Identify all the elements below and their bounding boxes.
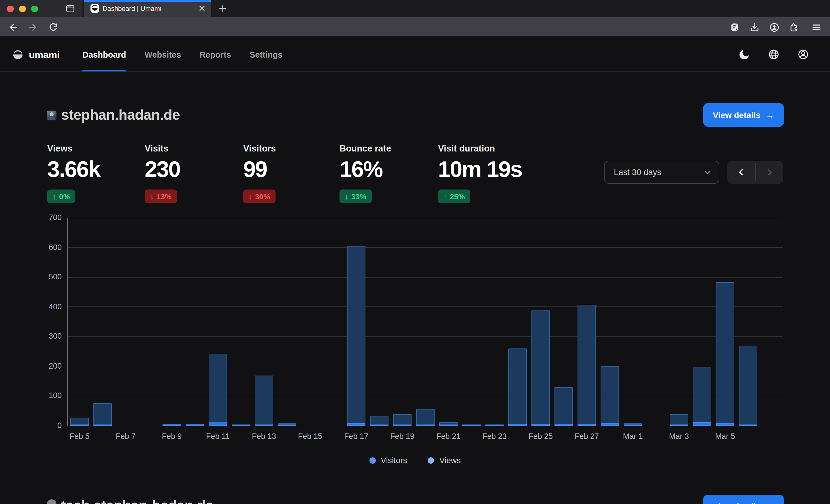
views-bar[interactable] [255,375,273,426]
browser-titlebar: Dashboard | Umami [0,0,830,17]
language-globe-icon[interactable] [768,48,780,61]
menu-icon[interactable] [811,23,821,32]
visitors-bar[interactable] [163,424,181,426]
visitors-bar[interactable] [93,424,112,426]
y-axis-tick-label: 0 [36,421,62,430]
visitors-bar[interactable] [70,424,89,426]
views-bar[interactable] [716,282,734,426]
chart-gridline [68,217,783,218]
views-bar[interactable] [578,305,596,426]
visitors-bar[interactable] [393,424,412,426]
visitors-bar[interactable] [508,424,527,426]
chart-gridline [68,366,783,367]
new-tab-button[interactable] [218,4,226,13]
arrow-right-icon: → [766,110,774,120]
views-bar[interactable] [93,403,112,426]
y-axis-tick-label: 300 [36,332,62,341]
visitors-bar[interactable] [554,424,573,426]
visitors-bar[interactable] [439,424,458,426]
browser-toolbar: ☆ Suchen [0,17,830,37]
x-axis-tick-label: Feb 13 [241,432,287,441]
stat-views: Views 3.66k ↑0% [47,143,100,203]
browser-tab[interactable]: Dashboard | Umami [84,0,211,17]
download-icon[interactable] [750,23,760,32]
visitors-bar[interactable] [739,424,757,426]
legend-label: Views [440,456,461,465]
visitors-bar[interactable] [532,424,550,426]
views-bar[interactable] [693,368,711,426]
visitors-bar[interactable] [693,423,711,426]
arrow-down-icon: ↓ [248,192,252,201]
umami-navbar: umami Dashboard Websites Reports Setting… [0,37,830,72]
forward-icon[interactable] [28,23,38,32]
visitors-bar[interactable] [416,424,435,426]
views-bar[interactable] [670,414,688,426]
close-window-button[interactable] [7,5,13,12]
extensions-icon[interactable] [789,23,799,32]
visitors-bar[interactable] [209,422,227,426]
views-bar[interactable] [554,387,573,426]
umami-logo-icon [11,48,24,61]
visitors-bar[interactable] [186,424,204,426]
stat-change-badge: ↑0% [47,190,75,203]
nav-item-websites[interactable]: Websites [145,37,181,71]
views-bar[interactable] [347,246,365,426]
chart-gridline [68,336,783,337]
theme-moon-icon[interactable] [738,48,751,61]
views-bar[interactable] [209,354,227,426]
visitors-bar[interactable] [255,424,273,426]
visitors-bar[interactable] [278,424,296,426]
visitors-bar[interactable] [485,424,504,426]
views-bar[interactable] [416,409,435,426]
visitors-bar[interactable] [462,424,481,426]
minimize-window-button[interactable] [19,5,26,12]
nav-item-dashboard[interactable]: Dashboard [83,37,126,71]
date-range-select[interactable]: Last 30 days [604,161,719,184]
firefox-view-icon[interactable] [66,4,75,13]
visitors-bar[interactable] [578,424,596,426]
nav-item-reports[interactable]: Reports [199,37,231,71]
view-details-button[interactable]: View details → [703,103,784,127]
second-site-favicon [47,499,57,504]
views-bar[interactable] [370,416,388,426]
visitors-bar[interactable] [232,424,250,426]
back-icon[interactable] [8,23,18,32]
x-axis-tick-label: Feb 27 [564,432,610,441]
browser-window: Dashboard | Umami [0,0,830,504]
library-icon[interactable] [730,23,739,32]
x-axis-tick-label: Feb 7 [103,432,149,441]
views-bar[interactable] [739,346,757,426]
legend-label: Visitors [381,456,407,465]
chart-gridline [68,277,783,277]
visitors-bar[interactable] [601,424,619,426]
nav-item-settings[interactable]: Settings [250,37,282,71]
visitors-bar[interactable] [716,423,734,426]
view-details-button-second[interactable]: View details → [703,495,784,504]
visitors-bar[interactable] [347,424,365,426]
zoom-window-button[interactable] [31,5,38,12]
profile-user-icon[interactable] [797,48,809,61]
legend-item-views[interactable]: Views [428,456,461,465]
visitors-bar[interactable] [370,424,388,426]
brand-name: umami [29,49,60,61]
reload-icon[interactable] [49,23,58,32]
views-bar[interactable] [601,366,619,426]
views-bar[interactable] [393,414,412,426]
stat-visitors: Visitors 99 ↓30% [243,143,276,203]
visitors-bar[interactable] [624,424,642,426]
arrow-down-icon: ↓ [345,192,348,201]
titlebar-left [0,0,83,17]
arrow-up-icon: ↑ [53,192,56,201]
views-bar[interactable] [508,348,527,426]
x-axis-tick-label: Feb 15 [287,432,333,441]
pageviews-bar-chart[interactable]: 0100200300400500600700Feb 5Feb 7Feb 9Feb… [67,218,783,426]
previous-period-button[interactable] [727,161,755,184]
account-icon[interactable] [769,23,779,32]
legend-item-visitors[interactable]: Visitors [369,456,407,465]
visitors-bar[interactable] [670,424,688,426]
next-period-button[interactable] [756,161,783,184]
close-tab-icon[interactable] [199,5,205,11]
x-axis-tick-label: Feb 17 [333,432,379,441]
stat-change-badge: ↑25% [438,190,470,203]
views-bar[interactable] [532,310,550,426]
